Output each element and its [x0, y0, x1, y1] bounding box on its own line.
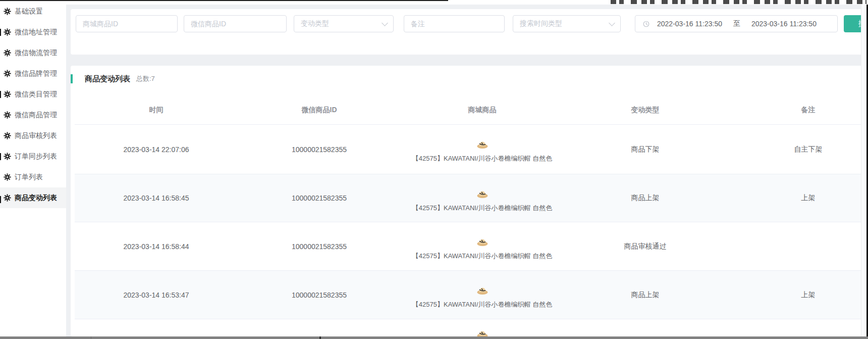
total-count: 总数:7: [136, 74, 155, 83]
sidebar-item-label: 订单列表: [15, 173, 43, 182]
sidebar-item-9[interactable]: 订单列表: [0, 167, 66, 187]
sidebar-item-label: 基础设置: [15, 7, 43, 16]
window-bottom-edge: [0, 336, 868, 339]
sidebar-item-label: 微信商品管理: [15, 111, 57, 120]
sidebar-item-label: 微信类目管理: [15, 90, 57, 99]
gear-icon: [4, 49, 11, 57]
bottom-edge-seam: [91, 336, 91, 339]
column-header: 变动类型: [564, 96, 727, 124]
cell-time: 2023-03-14 16:58:44: [75, 222, 238, 270]
column-header: 时间: [75, 96, 238, 124]
gear-icon: [4, 70, 11, 77]
table-row: [75, 319, 868, 336]
column-header: 商城商品: [401, 96, 564, 124]
column-header: 备注: [727, 96, 868, 124]
table-body: 2023-03-14 22:07:0610000021582355【42575】…: [75, 125, 868, 336]
cropped-icon-fragment: [0, 196, 1, 203]
cell-mall-product: 【42575】KAWATANI/川谷小卷檐编织帽 自然色: [401, 271, 564, 319]
product-change-panel: 商品变动列表 总数:7 时间微信商品ID商城商品变动类型备注 2023-03-1…: [71, 66, 868, 336]
cropped-icon-fragment: [0, 91, 1, 98]
gear-icon: [4, 90, 11, 98]
sidebar-item-label: 商品审核列表: [15, 131, 57, 140]
cell-change-type: 商品上架: [564, 271, 727, 319]
column-header: 微信商品ID: [238, 96, 401, 124]
straw-hat-image: [476, 186, 489, 199]
cell-change-type: 商品下架: [564, 125, 727, 174]
mall-product-id-input[interactable]: [76, 16, 177, 32]
sidebar-item-10[interactable]: 商品变动列表: [0, 187, 66, 208]
cell-change-type: 商品审核通过: [564, 222, 727, 270]
chevron-down-icon: [609, 20, 615, 26]
cell-time: 2023-03-14 22:07:06: [75, 125, 238, 174]
cropped-top-text-fragments: [611, 0, 866, 4]
sidebar-item-6[interactable]: 微信商品管理: [0, 105, 66, 125]
straw-hat-image: [476, 234, 489, 247]
cell-mall-product: [401, 319, 564, 336]
page-title: 商品变动列表: [85, 74, 130, 84]
wechat-product-id-field: [184, 15, 287, 32]
cropped-icon-fragment: [0, 153, 1, 160]
sidebar-item-5[interactable]: 微信类目管理: [0, 84, 66, 105]
sidebar: 基础设置微信地址管理微信物流管理微信品牌管理微信类目管理微信商品管理商品审核列表…: [0, 0, 66, 336]
cell-remark: 自主下架: [727, 125, 868, 174]
chevron-down-icon: [382, 20, 388, 26]
filter-bar: 变动类型 搜索时间类型 2022-03-16 11:23:50 至 2023-0…: [71, 9, 868, 55]
sidebar-item-3[interactable]: 微信物流管理: [0, 42, 66, 63]
search-time-type-placeholder: 搜索时间类型: [520, 19, 562, 28]
cell-wechat-product-id: [238, 319, 401, 336]
mall-product-id-field: [76, 15, 178, 32]
product-name: 【42575】KAWATANI/川谷小卷檐编织帽 自然色: [412, 252, 552, 261]
table-header-row: 时间微信商品ID商城商品变动类型备注: [75, 96, 868, 125]
cell-wechat-product-id: 10000021582355: [238, 222, 401, 270]
sidebar-item-7[interactable]: 商品审核列表: [0, 125, 66, 146]
straw-hat-image: [476, 282, 489, 296]
date-range-end: 2023-03-16 11:23:50: [751, 20, 817, 28]
remark-field: [404, 15, 505, 32]
title-accent-bar: [71, 74, 73, 83]
search-time-type-select[interactable]: 搜索时间类型: [513, 15, 621, 32]
product-name: 【42575】KAWATANI/川谷小卷檐编织帽 自然色: [412, 204, 552, 213]
table-row: 2023-03-14 16:58:4510000021582355【42575】…: [75, 174, 868, 222]
gear-icon: [4, 173, 11, 181]
sidebar-item-label: 商品变动列表: [15, 193, 57, 203]
straw-hat-image: [476, 326, 489, 336]
change-type-select[interactable]: 变动类型: [294, 15, 394, 32]
bottom-edge-notch: [319, 336, 321, 339]
product-change-table: 时间微信商品ID商城商品变动类型备注 2023-03-14 22:07:0610…: [75, 96, 868, 336]
table-row: 2023-03-14 16:58:4410000021582355【42575】…: [75, 222, 868, 271]
table-row: 2023-03-14 16:53:4710000021582355【42575】…: [75, 271, 868, 319]
straw-hat-image: [476, 136, 489, 150]
remark-input[interactable]: [404, 16, 504, 32]
cell-change-type: 商品上架: [564, 174, 727, 222]
cell-change-type: [564, 319, 727, 336]
sidebar-item-4[interactable]: 微信品牌管理: [0, 63, 66, 84]
sidebar-item-8[interactable]: 订单同步列表: [0, 146, 66, 167]
cell-mall-product: 【42575】KAWATANI/川谷小卷檐编织帽 自然色: [401, 125, 564, 174]
cell-mall-product: 【42575】KAWATANI/川谷小卷檐编织帽 自然色: [401, 174, 564, 222]
gear-icon: [4, 28, 11, 36]
gear-icon: [4, 8, 11, 15]
cell-remark: [727, 319, 868, 336]
date-range-separator: 至: [733, 19, 740, 28]
date-range-start: 2022-03-16 11:23:50: [657, 20, 722, 28]
cell-mall-product: 【42575】KAWATANI/川谷小卷檐编织帽 自然色: [401, 222, 564, 270]
cropped-icon-fragment: [0, 29, 1, 36]
cropped-top-content: [0, 0, 868, 5]
sidebar-menu: 基础设置微信地址管理微信物流管理微信品牌管理微信类目管理微信商品管理商品审核列表…: [0, 1, 66, 208]
gear-icon: [4, 153, 11, 160]
product-name: 【42575】KAWATANI/川谷小卷檐编织帽 自然色: [412, 300, 552, 309]
sidebar-item-label: 微信地址管理: [15, 28, 57, 37]
sidebar-item-2[interactable]: 微信地址管理: [0, 22, 66, 42]
sidebar-item-label: 微信物流管理: [15, 49, 57, 58]
cell-time: [75, 319, 238, 336]
sidebar-item-label: 微信品牌管理: [15, 69, 57, 78]
cell-wechat-product-id: 10000021582355: [238, 174, 401, 222]
change-type-placeholder: 变动类型: [301, 19, 329, 28]
gear-icon: [4, 194, 11, 202]
date-range-picker[interactable]: 2022-03-16 11:23:50 至 2023-03-16 11:23:5…: [635, 15, 838, 32]
cell-time: 2023-03-14 16:58:45: [75, 174, 238, 222]
wechat-product-id-input[interactable]: [184, 16, 286, 32]
panel-header: 商品变动列表 总数:7: [71, 74, 155, 84]
cell-wechat-product-id: 10000021582355: [238, 125, 401, 174]
sidebar-item-label: 订单同步列表: [15, 152, 57, 161]
